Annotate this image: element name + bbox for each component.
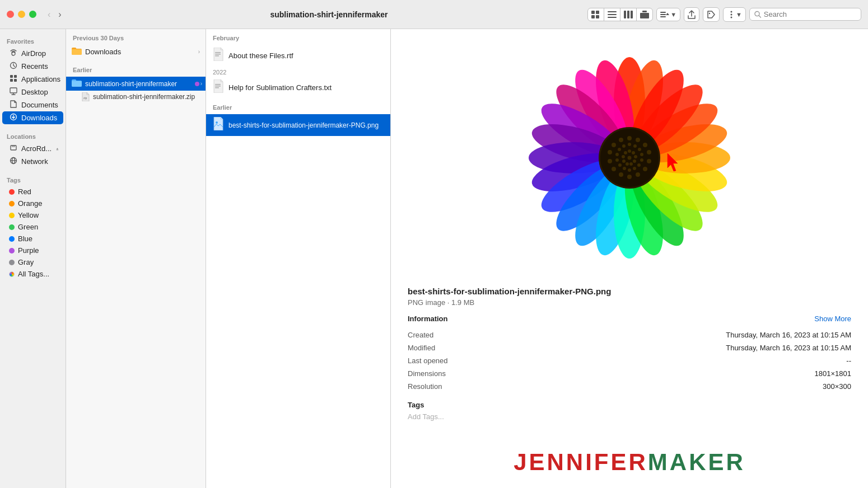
doc-svg: [10, 100, 17, 108]
sidebar-item-network[interactable]: Network: [2, 155, 63, 168]
svg-point-104: [633, 159, 636, 163]
svg-point-96: [618, 163, 622, 167]
svg-point-95: [623, 167, 626, 170]
show-more-link[interactable]: Show More: [814, 315, 851, 323]
flower-preview-image: [523, 51, 736, 264]
red-dot: [9, 189, 15, 195]
sidebar-item-yellow[interactable]: Yellow: [2, 209, 63, 221]
svg-rect-25: [14, 75, 17, 78]
sidebar-item-red[interactable]: Red: [2, 186, 63, 198]
sidebar-item-applications[interactable]: Applications: [2, 73, 63, 86]
close-button[interactable]: [7, 11, 14, 18]
svg-rect-41: [215, 54, 221, 55]
info-row-created: Created Thursday, March 16, 2023 at 10:1…: [408, 329, 851, 341]
column-view-button[interactable]: [620, 8, 637, 21]
blue-dot: [9, 236, 15, 242]
svg-point-100: [622, 144, 626, 148]
rtf-svg: [213, 48, 224, 61]
svg-point-109: [624, 151, 627, 154]
search-box[interactable]: [749, 8, 861, 21]
sidebar-item-desktop[interactable]: Desktop: [2, 86, 63, 98]
previous-30-days-header: Previous 30 Days: [66, 29, 206, 45]
sublimation-folder-item[interactable]: sublimation-shirt-jennifermaker ›: [66, 77, 206, 91]
minimize-button[interactable]: [18, 11, 25, 18]
list-view-button[interactable]: [604, 8, 620, 21]
gallery-view-button[interactable]: [637, 8, 652, 21]
svg-point-85: [612, 143, 616, 147]
nav-arrows: ‹ ›: [45, 8, 64, 21]
share-button[interactable]: [684, 7, 699, 22]
about-files-label: About these Files.rtf: [228, 51, 293, 60]
preview-filename: best-shirts-for-sublimation-jennifermake…: [408, 287, 851, 296]
eject-icon: [56, 147, 59, 151]
svg-rect-11: [642, 11, 647, 12]
sublimation-zip-item[interactable]: zip sublimation-shirt-jennifermaker.zip: [66, 91, 206, 103]
icon-view-button[interactable]: [588, 8, 604, 21]
svg-rect-6: [608, 17, 617, 18]
best-shirts-item[interactable]: best-shirts-for-sublimation-jennifermake…: [206, 114, 390, 136]
orange-dot: [9, 201, 15, 207]
maximize-button[interactable]: [29, 11, 36, 18]
sidebar-label-green: Green: [18, 223, 38, 231]
svg-point-83: [608, 159, 612, 163]
png-file-icon: [213, 117, 224, 133]
applications-icon: [9, 74, 18, 84]
sidebar-label-purple: Purple: [18, 246, 39, 255]
more-button[interactable]: ▼: [723, 7, 746, 22]
sidebar-item-green[interactable]: Green: [2, 221, 63, 233]
sidebar-item-downloads[interactable]: Downloads: [2, 111, 63, 124]
purple-tag-indicator: [195, 82, 199, 86]
svg-point-91: [640, 158, 643, 162]
sidebar-item-airdrop[interactable]: AirDrop: [2, 47, 63, 60]
add-tags[interactable]: Add Tags...: [408, 412, 851, 421]
tags-section: Tags Add Tags...: [408, 401, 851, 421]
sidebar-item-blue[interactable]: Blue: [2, 233, 63, 245]
search-icon: [754, 11, 761, 18]
svg-point-101: [628, 149, 631, 153]
sidebar-item-gray[interactable]: Gray: [2, 256, 63, 268]
help-sublimation-item[interactable]: Help for Sublimation Crafters.txt: [206, 77, 390, 98]
sublimation-folder-label: sublimation-shirt-jennifermaker: [85, 80, 177, 88]
sidebar-item-documents[interactable]: Documents: [2, 98, 63, 111]
airdrop-icon: [9, 49, 18, 58]
sidebar-item-orange[interactable]: Orange: [2, 198, 63, 209]
svg-rect-42: [215, 55, 219, 57]
svg-rect-33: [12, 146, 15, 147]
svg-point-79: [636, 172, 640, 177]
about-files-item[interactable]: About these Files.rtf: [206, 45, 390, 67]
green-dot: [9, 224, 15, 230]
2022-header: 2022: [206, 67, 390, 77]
svg-point-77: [647, 159, 651, 163]
svg-point-107: [622, 159, 626, 163]
sidebar-label-acrodr: AcroRd...: [21, 144, 52, 153]
network-icon: [9, 157, 18, 166]
sidebar: Favorites AirDrop Recents: [0, 29, 66, 488]
titlebar: ‹ › sublimation-shirt-jennifermaker: [0, 0, 868, 29]
svg-point-81: [619, 172, 623, 177]
svg-rect-27: [14, 79, 17, 82]
documents-icon: [9, 100, 18, 110]
modified-label: Modified: [408, 344, 435, 352]
tag-button[interactable]: [703, 7, 720, 22]
resolution-value: 300×300: [823, 382, 851, 391]
desktop-icon: [9, 87, 18, 97]
svg-marker-15: [666, 13, 669, 15]
favorites-label: Favorites: [0, 34, 66, 47]
svg-text:zip: zip: [83, 96, 87, 100]
sidebar-item-purple[interactable]: Purple: [2, 245, 63, 256]
forward-button[interactable]: ›: [56, 8, 63, 21]
sidebar-item-recents[interactable]: Recents: [2, 60, 63, 73]
arrange-button[interactable]: ▼: [656, 8, 680, 21]
preview-panel: best-shirts-for-sublimation-jennifermake…: [391, 29, 868, 488]
svg-rect-12: [660, 12, 666, 13]
sidebar-label-red: Red: [18, 187, 31, 196]
zip-file-icon: zip: [82, 92, 90, 101]
downloads-folder-label: Downloads: [85, 48, 121, 56]
txt-file-icon: [213, 79, 224, 96]
sidebar-item-all-tags[interactable]: All Tags...: [2, 268, 63, 280]
back-button[interactable]: ‹: [45, 8, 53, 21]
sidebar-item-acrodr[interactable]: AcroRd...: [2, 142, 63, 155]
downloads-folder-item[interactable]: Downloads ›: [66, 45, 206, 59]
search-input[interactable]: [764, 10, 856, 18]
svg-point-80: [627, 175, 632, 179]
